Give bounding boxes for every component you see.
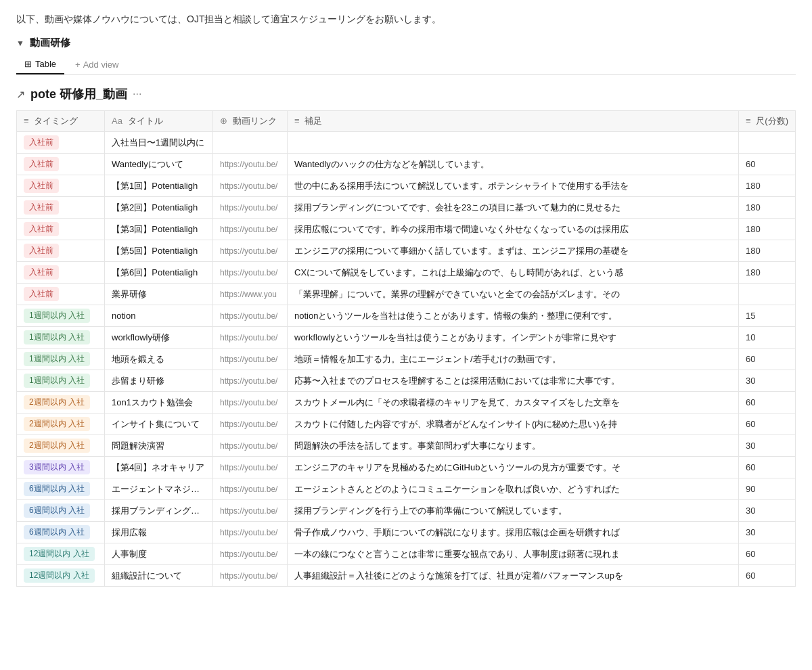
table-row: 1週間以内 入社notionhttps://youtu.be/notionという…	[17, 305, 796, 327]
tab-add-view[interactable]: + Add view	[67, 55, 127, 74]
tabs-bar: ⊞ Table + Add view	[16, 55, 796, 75]
col-header-note[interactable]: ≡ 補足	[288, 111, 739, 132]
cell-note: 骨子作成ノウハウ、手順についての解説になります。採用広報は企画を研鑽すれば	[288, 522, 739, 543]
timing-badge: 入社前	[24, 222, 59, 236]
cell-timing[interactable]: 12週間以内 入社	[17, 543, 105, 565]
cell-timing[interactable]: 6週間以内 入社	[17, 522, 105, 543]
cell-link[interactable]: https://youtu.be/	[213, 197, 288, 219]
cell-timing[interactable]: 入社前	[17, 262, 105, 284]
col-header-title[interactable]: Aa タイトル	[105, 111, 213, 132]
cell-title[interactable]: インサイト集について	[105, 414, 213, 435]
cell-score	[739, 132, 796, 154]
table-row: 入社前【第1回】Potentialighhttps://youtu.be/世の中…	[17, 175, 796, 197]
cell-link[interactable]: https://youtu.be/	[213, 435, 288, 457]
tab-table[interactable]: ⊞ Table	[16, 55, 64, 74]
table-title-row: ↗ pote 研修用_動画 ···	[16, 86, 796, 102]
cell-note: 採用ブランディングを行う上での事前準備について解説しています。	[288, 500, 739, 522]
cell-link[interactable]: https://youtu.be/	[213, 327, 288, 349]
cell-title[interactable]: 【第1回】Potentialigh	[105, 175, 213, 197]
col-header-timing[interactable]: ≡ タイミング	[17, 111, 105, 132]
cell-timing[interactable]: 入社前	[17, 219, 105, 240]
cell-link[interactable]: https://youtu.be/	[213, 522, 288, 543]
cell-title[interactable]: 【第3回】Potentialigh	[105, 219, 213, 240]
cell-link[interactable]: https://youtu.be/	[213, 175, 288, 197]
more-options-icon[interactable]: ···	[133, 88, 141, 100]
cell-link[interactable]: https://youtu.be/	[213, 392, 288, 414]
cell-title[interactable]: 採用広報	[105, 522, 213, 543]
cell-title[interactable]: 業界研修	[105, 284, 213, 305]
cell-score: 10	[739, 327, 796, 349]
cell-link[interactable]: https://youtu.be/	[213, 240, 288, 262]
cell-timing[interactable]: 入社前	[17, 154, 105, 175]
timing-badge: 1週間以内 入社	[24, 330, 90, 344]
cell-title[interactable]: 地頭を鍛える	[105, 349, 213, 370]
cell-title[interactable]: workflowly研修	[105, 327, 213, 349]
cell-title[interactable]: エージェントマネジメン	[105, 478, 213, 500]
cell-link[interactable]: https://youtu.be/	[213, 370, 288, 392]
cell-link[interactable]: https://youtu.be/	[213, 305, 288, 327]
cell-link[interactable]: https://youtu.be/	[213, 565, 288, 587]
cell-timing[interactable]: 1週間以内 入社	[17, 305, 105, 327]
cell-link[interactable]: https://www.you	[213, 284, 288, 305]
timing-badge: 1週間以内 入社	[24, 352, 90, 366]
timing-badge: 1週間以内 入社	[24, 309, 90, 323]
cell-timing[interactable]: 12週間以内 入社	[17, 565, 105, 587]
cell-timing[interactable]: 2週間以内 入社	[17, 435, 105, 457]
cell-title[interactable]: 【第5回】Potentialigh	[105, 240, 213, 262]
external-link-icon[interactable]: ↗	[16, 88, 25, 101]
cell-title[interactable]: notion	[105, 305, 213, 327]
table-tab-label: Table	[35, 59, 56, 69]
cell-link[interactable]: https://youtu.be/	[213, 457, 288, 478]
cell-link[interactable]: https://youtu.be/	[213, 414, 288, 435]
cell-timing[interactable]: 入社前	[17, 284, 105, 305]
cell-title[interactable]: 採用ブランディング事前	[105, 500, 213, 522]
cell-timing[interactable]: 1週間以内 入社	[17, 349, 105, 370]
cell-timing[interactable]: 2週間以内 入社	[17, 414, 105, 435]
table-row: 入社前【第5回】Potentialighhttps://youtu.be/エンジ…	[17, 240, 796, 262]
cell-title[interactable]: 【第4回】ネオキャリア	[105, 457, 213, 478]
cell-timing[interactable]: 入社前	[17, 240, 105, 262]
cell-title[interactable]: 歩留まり研修	[105, 370, 213, 392]
score-col-label: 尺(分数)	[756, 116, 788, 126]
cell-title[interactable]: 問題解決演習	[105, 435, 213, 457]
cell-title[interactable]: 入社当日〜1週間以内に	[105, 132, 213, 154]
cell-timing[interactable]: 6週間以内 入社	[17, 478, 105, 500]
cell-timing[interactable]: 2週間以内 入社	[17, 392, 105, 414]
cell-title[interactable]: 【第2回】Potentialigh	[105, 197, 213, 219]
cell-link[interactable]: https://youtu.be/	[213, 154, 288, 175]
cell-timing[interactable]: 入社前	[17, 175, 105, 197]
cell-score: 180	[739, 262, 796, 284]
cell-timing[interactable]: 1週間以内 入社	[17, 327, 105, 349]
timing-badge: 1週間以内 入社	[24, 374, 90, 388]
cell-link[interactable]	[213, 132, 288, 154]
cell-note: 採用広報についてです。昨今の採用市場で間違いなく外せなくなっているのは採用広	[288, 219, 739, 240]
cell-timing[interactable]: 入社前	[17, 132, 105, 154]
cell-note: 世の中にある採用手法について解説しています。ポテンシャライトで使用する手法を	[288, 175, 739, 197]
cell-timing[interactable]: 6週間以内 入社	[17, 500, 105, 522]
title-col-label: タイトル	[128, 116, 163, 126]
timing-badge: 入社前	[24, 287, 59, 301]
col-header-score[interactable]: ≡ 尺(分数)	[739, 111, 796, 132]
title-col-icon: Aa	[112, 116, 122, 126]
col-header-link[interactable]: ⊕ 動画リンク	[213, 111, 288, 132]
cell-timing[interactable]: 入社前	[17, 197, 105, 219]
cell-link[interactable]: https://youtu.be/	[213, 500, 288, 522]
cell-title[interactable]: 人事制度	[105, 543, 213, 565]
cell-score: 60	[739, 349, 796, 370]
cell-link[interactable]: https://youtu.be/	[213, 262, 288, 284]
cell-link[interactable]: https://youtu.be/	[213, 219, 288, 240]
cell-title[interactable]: 1on1スカウト勉強会	[105, 392, 213, 414]
section-toggle-icon[interactable]: ▼	[16, 39, 24, 48]
cell-note: エンジニアの採用について事細かく話しています。まずは、エンジニア採用の基礎を	[288, 240, 739, 262]
cell-link[interactable]: https://youtu.be/	[213, 543, 288, 565]
timing-badge: 2週間以内 入社	[24, 417, 90, 431]
cell-timing[interactable]: 3週間以内 入社	[17, 457, 105, 478]
cell-note: 応募〜入社までのプロセスを理解することは採用活動においては非常に大事です。	[288, 370, 739, 392]
cell-title[interactable]: 【第6回】Potentialigh	[105, 262, 213, 284]
cell-link[interactable]: https://youtu.be/	[213, 349, 288, 370]
cell-title[interactable]: Wantedlyについて	[105, 154, 213, 175]
cell-title[interactable]: 組織設計について	[105, 565, 213, 587]
cell-score: 30	[739, 370, 796, 392]
cell-link[interactable]: https://youtu.be/	[213, 478, 288, 500]
cell-timing[interactable]: 1週間以内 入社	[17, 370, 105, 392]
